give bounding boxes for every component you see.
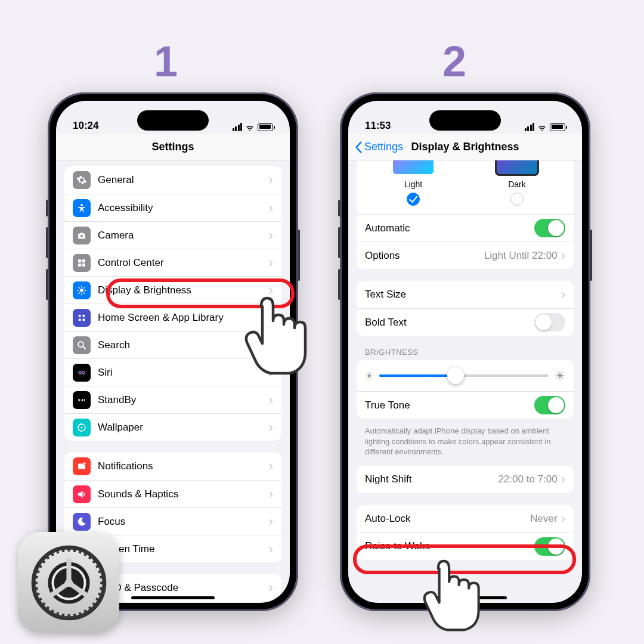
raise-to-wake-toggle[interactable] (534, 537, 565, 556)
row-home[interactable]: Home Screen & App Library› (64, 304, 281, 331)
svg-text:9:41: 9:41 (78, 398, 86, 402)
sounds-label: Sounds & Haptics (98, 488, 269, 500)
chevron-right-icon: › (269, 580, 273, 596)
chevron-right-icon: › (269, 310, 273, 326)
back-label: Settings (364, 141, 403, 153)
chevron-right-icon: › (561, 511, 565, 527)
brightness-group: ☀︎ ☀︎ True Tone (357, 360, 574, 419)
svg-rect-17 (79, 318, 81, 321)
row-bold-text[interactable]: Bold Text (357, 308, 574, 336)
light-preview (391, 160, 435, 176)
automatic-toggle[interactable] (534, 219, 565, 237)
row-camera[interactable]: Camera› (64, 221, 281, 249)
chevron-right-icon: › (269, 283, 273, 298)
dark-label: Dark (495, 179, 539, 189)
settings-group-1: General›Accessibility›Camera›Control Cen… (64, 166, 281, 441)
row-standby[interactable]: 9:41StandBy› (64, 386, 281, 413)
signal-icon (525, 123, 535, 131)
row-wallpaper[interactable]: Wallpaper› (64, 413, 281, 441)
search-label: Search (98, 339, 269, 351)
svg-line-14 (79, 292, 80, 293)
accessibility-label: Accessibility (98, 202, 269, 214)
svg-line-13 (84, 287, 85, 288)
camera-icon (73, 227, 91, 244)
row-focus[interactable]: Focus› (64, 507, 281, 535)
svg-line-53 (35, 571, 39, 572)
row-night-shift[interactable]: Night Shift 22:00 to 7:00 › (357, 466, 574, 493)
chevron-right-icon: › (269, 228, 273, 243)
chevron-right-icon: › (269, 514, 273, 530)
signal-icon (233, 123, 243, 131)
svg-line-41 (74, 614, 75, 618)
sounds-icon (73, 485, 91, 503)
svg-line-34 (100, 588, 104, 589)
svg-line-58 (57, 549, 58, 553)
home-label: Home Screen & App Library (98, 312, 269, 324)
automatic-label: Automatic (365, 222, 534, 234)
svg-rect-4 (78, 263, 81, 266)
row-general[interactable]: General› (64, 166, 281, 194)
chevron-right-icon: › (561, 248, 565, 264)
light-radio-selected[interactable] (407, 193, 420, 206)
dark-preview (495, 160, 539, 176)
page-title: Settings (151, 141, 194, 153)
svg-point-6 (80, 289, 83, 292)
row-siri[interactable]: Siri› (64, 358, 281, 386)
brightness-slider[interactable] (379, 374, 549, 377)
step-label-1: 1 (154, 37, 178, 86)
row-display[interactable]: Display & Brightness› (64, 276, 281, 304)
svg-rect-5 (82, 263, 85, 266)
svg-rect-16 (83, 314, 85, 317)
wallpaper-label: Wallpaper (98, 422, 269, 434)
general-label: General (98, 174, 269, 186)
bold-text-toggle[interactable] (534, 313, 565, 332)
row-text-size[interactable]: Text Size › (357, 281, 574, 308)
chevron-right-icon: › (269, 255, 273, 271)
camera-label: Camera (98, 230, 269, 242)
search-icon (73, 336, 91, 354)
back-button[interactable]: Settings (354, 141, 403, 153)
svg-line-61 (74, 548, 75, 552)
row-auto-lock[interactable]: Auto-Lock Never › (357, 505, 574, 532)
svg-line-40 (79, 612, 80, 615)
svg-line-11 (79, 287, 80, 288)
row-options[interactable]: Options Light Until 22:00 › (357, 242, 574, 269)
row-notifications[interactable]: Notifications› (64, 453, 281, 480)
chevron-right-icon: › (269, 172, 273, 188)
row-raise-to-wake[interactable]: Raise to Wake (357, 532, 574, 560)
light-label: Light (391, 179, 435, 189)
row-true-tone[interactable]: True Tone (357, 391, 574, 419)
row-control-center[interactable]: Control Center› (64, 249, 281, 276)
svg-line-52 (34, 577, 38, 577)
svg-line-49 (35, 593, 39, 595)
step-label-2: 2 (442, 37, 466, 86)
dynamic-island (429, 110, 501, 131)
options-value: Light Until 22:00 (484, 250, 558, 262)
appearance-light[interactable]: Light (391, 160, 435, 206)
appearance-dark[interactable]: Dark (495, 160, 539, 206)
row-search[interactable]: Search› (64, 331, 281, 358)
row-sounds[interactable]: Sounds & Haptics› (64, 480, 281, 507)
appearance-group: Light Dark Automatic Options Light Unti (357, 160, 574, 269)
true-tone-label: True Tone (365, 400, 534, 411)
home-indicator (423, 596, 507, 599)
true-tone-toggle[interactable] (534, 396, 565, 414)
svg-line-62 (79, 549, 80, 553)
dark-radio[interactable] (510, 193, 524, 206)
display-label: Display & Brightness (98, 284, 269, 296)
chevron-right-icon: › (269, 459, 273, 474)
options-label: Options (365, 250, 484, 262)
svg-line-59 (63, 548, 63, 552)
svg-rect-18 (83, 318, 85, 321)
chevron-right-icon: › (269, 365, 273, 380)
true-tone-footer: Automatically adapt iPhone display based… (357, 422, 574, 466)
wallpaper-icon (73, 419, 91, 436)
svg-line-67 (98, 571, 101, 572)
notifications-label: Notifications (98, 460, 269, 472)
battery-icon (258, 123, 273, 131)
chevron-right-icon: › (269, 338, 273, 353)
svg-point-71 (64, 578, 73, 587)
row-accessibility[interactable]: Accessibility› (64, 194, 281, 221)
chevron-right-icon: › (269, 487, 273, 502)
row-automatic[interactable]: Automatic (357, 214, 574, 242)
